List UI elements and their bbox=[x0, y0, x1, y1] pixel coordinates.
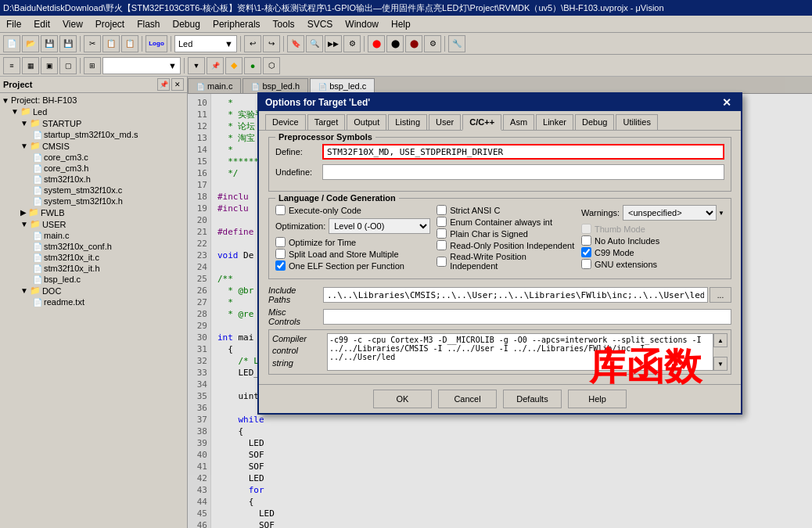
cut-btn[interactable]: ✂ bbox=[84, 35, 101, 52]
warnings-select[interactable]: <unspecified> bbox=[623, 205, 717, 221]
execute-only-check[interactable] bbox=[275, 205, 286, 215]
compile-btn[interactable]: ⚙ bbox=[343, 35, 361, 52]
one-elf-check[interactable] bbox=[275, 260, 286, 271]
no-auto-includes-check[interactable] bbox=[581, 235, 591, 246]
save-btn[interactable]: 💾 bbox=[41, 35, 58, 52]
tree-led-folder[interactable]: ▼ 📁 Led bbox=[2, 106, 185, 117]
tree-startup-folder[interactable]: ▼ 📁 STARTUP bbox=[2, 117, 185, 129]
tb2-btn7[interactable]: 📌 bbox=[207, 57, 224, 74]
copy-btn[interactable]: 📋 bbox=[102, 35, 120, 52]
tb2-dropdown[interactable]: ▼ bbox=[102, 57, 181, 74]
help-button[interactable]: Help bbox=[568, 390, 627, 408]
tb2-btn5[interactable]: ⊞ bbox=[84, 57, 101, 74]
stop-btn[interactable]: ⬤ bbox=[386, 35, 404, 52]
target-dropdown[interactable]: Led ▼ bbox=[174, 35, 237, 52]
menu-project[interactable]: Project bbox=[89, 17, 131, 31]
thumb-mode-check[interactable] bbox=[581, 224, 591, 234]
undefine-input[interactable] bbox=[322, 164, 724, 180]
save-all-btn[interactable]: 💾 bbox=[59, 35, 77, 52]
menu-edit[interactable]: Edit bbox=[27, 17, 56, 31]
compiler-scroll-down[interactable]: ▼ bbox=[713, 357, 728, 371]
cancel-button[interactable]: Cancel bbox=[438, 390, 497, 408]
run-btn[interactable]: ⬤ bbox=[405, 35, 422, 52]
build-btn[interactable]: ▶▶ bbox=[325, 35, 342, 52]
tree-it-c[interactable]: 📄 stm32f10x_it.c bbox=[2, 252, 185, 263]
tb2-btn2[interactable]: ▦ bbox=[22, 57, 39, 74]
tb2-btn4[interactable]: ▢ bbox=[59, 57, 77, 74]
menu-help[interactable]: Help bbox=[385, 17, 417, 31]
read-write-check[interactable] bbox=[437, 257, 447, 267]
optimization-select[interactable]: Level 0 (-O0) bbox=[329, 218, 430, 234]
project-panel-close[interactable]: ✕ bbox=[171, 78, 184, 91]
tb2-btn6[interactable]: ▼ bbox=[188, 57, 205, 74]
tree-file-core-cm3h[interactable]: 📄 core_cm3.h bbox=[2, 163, 185, 174]
find-btn[interactable]: 🔍 bbox=[306, 35, 323, 52]
tree-it-h[interactable]: 📄 stm32f10x_it.h bbox=[2, 263, 185, 274]
tree-bsp-led-c[interactable]: 📄 bsp_led.c bbox=[2, 274, 185, 285]
tb2-btn1[interactable]: ≡ bbox=[3, 57, 20, 74]
menu-flash[interactable]: Flash bbox=[131, 17, 166, 31]
paste-btn[interactable]: 📋 bbox=[121, 35, 138, 52]
misc-controls-input[interactable] bbox=[323, 309, 731, 325]
menu-debug[interactable]: Debug bbox=[167, 17, 207, 31]
dialog-close-btn[interactable]: ✕ bbox=[719, 96, 735, 109]
tree-root[interactable]: ▼ Project: BH-F103 bbox=[2, 95, 185, 106]
ok-button[interactable]: OK bbox=[373, 390, 432, 408]
tree-user-folder[interactable]: ▼ 📁 USER bbox=[2, 218, 185, 230]
menu-tools[interactable]: Tools bbox=[267, 17, 301, 31]
open-btn[interactable]: 📂 bbox=[22, 35, 39, 52]
dialog-tab-user[interactable]: User bbox=[429, 114, 461, 130]
tree-file-system-h[interactable]: 📄 system_stm32f10x.h bbox=[2, 196, 185, 207]
logo-btn[interactable]: Logo bbox=[146, 35, 167, 52]
dialog-tab-debug[interactable]: Debug bbox=[575, 114, 614, 130]
include-paths-input[interactable] bbox=[323, 287, 708, 303]
tb2-btn3[interactable]: ▣ bbox=[41, 57, 58, 74]
dialog-tab-listing[interactable]: Listing bbox=[388, 114, 427, 130]
include-paths-browse-btn[interactable]: ... bbox=[710, 287, 731, 303]
compiler-scroll-up[interactable]: ▲ bbox=[713, 333, 728, 347]
c99-mode-check[interactable] bbox=[581, 247, 591, 257]
tree-conf-h[interactable]: 📄 stm32f10x_conf.h bbox=[2, 241, 185, 252]
tree-file-stm32h[interactable]: 📄 stm32f10x.h bbox=[2, 174, 185, 185]
defaults-button[interactable]: Defaults bbox=[503, 390, 562, 408]
strict-ansi-check[interactable] bbox=[437, 205, 447, 215]
tree-readme[interactable]: 📄 readme.txt bbox=[2, 296, 185, 307]
tree-cmsis-folder[interactable]: ▼ 📁 CMSIS bbox=[2, 140, 185, 152]
dialog-tab-cpp[interactable]: C/C++ bbox=[462, 114, 501, 131]
project-panel-pin[interactable]: 📌 bbox=[157, 78, 170, 91]
dialog-tab-utilities[interactable]: Utilities bbox=[616, 114, 657, 130]
tree-main-c[interactable]: 📄 main.c bbox=[2, 230, 185, 241]
tree-startup-file[interactable]: 📄 startup_stm32f10x_md.s bbox=[2, 129, 185, 140]
menu-peripherals[interactable]: Peripherals bbox=[207, 17, 267, 31]
define-input[interactable] bbox=[322, 144, 724, 160]
menu-file[interactable]: File bbox=[0, 17, 27, 31]
debug-btn[interactable]: ⬤ bbox=[368, 35, 385, 52]
dialog-tab-device[interactable]: Device bbox=[265, 114, 306, 130]
settings-btn[interactable]: ⚙ bbox=[424, 35, 441, 52]
optimize-time-check[interactable] bbox=[275, 237, 286, 247]
dialog-tab-output[interactable]: Output bbox=[347, 114, 386, 130]
tree-file-core-cm3c[interactable]: 📄 core_cm3.c bbox=[2, 152, 185, 163]
tb2-btn10[interactable]: ⬡ bbox=[263, 57, 280, 74]
gnu-ext-check[interactable] bbox=[581, 259, 591, 269]
split-load-check[interactable] bbox=[275, 249, 286, 259]
enum-container-check[interactable] bbox=[437, 217, 447, 227]
tree-file-system-c[interactable]: 📄 system_stm32f10x.c bbox=[2, 185, 185, 196]
dialog-tab-asm[interactable]: Asm bbox=[503, 114, 534, 130]
redo-btn[interactable]: ↪ bbox=[263, 35, 280, 52]
misc-btn[interactable]: 🔧 bbox=[448, 35, 465, 52]
tb2-btn9[interactable]: ● bbox=[244, 57, 261, 74]
bookmark-btn[interactable]: 🔖 bbox=[287, 35, 304, 52]
dialog-tab-target[interactable]: Target bbox=[307, 114, 346, 130]
tree-doc-folder[interactable]: ▼ 📁 DOC bbox=[2, 285, 185, 296]
plain-char-check[interactable] bbox=[437, 228, 447, 239]
read-only-check[interactable] bbox=[437, 240, 447, 250]
menu-svcs[interactable]: SVCS bbox=[301, 17, 340, 31]
undo-btn[interactable]: ↩ bbox=[244, 35, 261, 52]
new-file-btn[interactable]: 📄 bbox=[3, 35, 20, 52]
tree-fwlb-folder[interactable]: ▶ 📁 FWLB bbox=[2, 207, 185, 218]
dialog-tab-linker[interactable]: Linker bbox=[536, 114, 573, 130]
menu-window[interactable]: Window bbox=[339, 17, 385, 31]
menu-view[interactable]: View bbox=[56, 17, 89, 31]
tb2-btn8[interactable]: ◆ bbox=[225, 57, 243, 74]
